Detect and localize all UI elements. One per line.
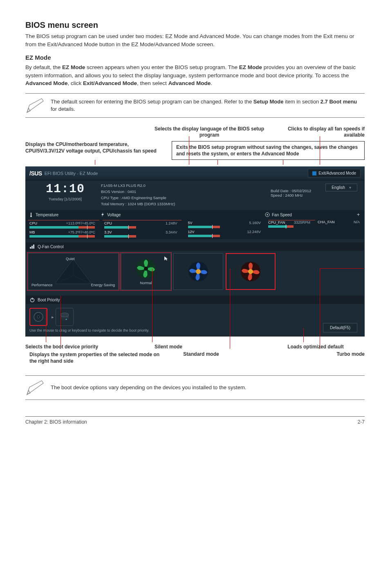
volt-33-label: 3.3V [104, 230, 117, 234]
cpu-speed: Speed : 2400 MHz [271, 193, 361, 197]
asus-logo: /SUS [29, 170, 42, 177]
cpu-type: CPU Type : AMD Engineering Sample [101, 195, 271, 201]
bios-header: /SUS EFI BIOS Utility - EZ Mode Exit/Adv… [25, 166, 365, 180]
svg-point-12 [144, 267, 148, 271]
annot-top-exit-box: Exits the BIOS setup program without sav… [172, 141, 365, 160]
fan-header-label: Fan Speed [272, 213, 292, 217]
temp-header-label: Temperature [36, 213, 58, 217]
svg-point-14 [196, 269, 201, 274]
boot-priority-label: Boot Priority [38, 298, 60, 302]
expand-fan-button[interactable]: + [357, 212, 361, 218]
temp-mb-value: +75.2ºF/+40.0ºC [68, 230, 98, 234]
annot-top-language: Selects the display language of the BIOS… [148, 126, 271, 139]
boot-device-2[interactable] [56, 308, 74, 326]
fan-cpu-value: 3325RPM [294, 220, 313, 224]
total-memory: Total Memory : 1024 MB (DDR3 1333MHz) [101, 201, 271, 207]
footer-chapter: Chapter 2: BIOS information [25, 419, 87, 425]
cursor-icon [164, 256, 168, 261]
fan-mode-normal-label: Normal [140, 281, 152, 285]
fan-icon [265, 212, 270, 217]
annot-top-fan: Clicks to display all fan speeds if avai… [271, 126, 365, 139]
svg-rect-4 [30, 247, 31, 249]
board-model: F1A55-M LX3 PLUS R2.0 [101, 183, 271, 189]
annot-turbo-mode: Turbo mode [307, 351, 365, 364]
svg-point-16 [248, 269, 253, 274]
boot-priority-header: Boot Priority [26, 296, 364, 304]
bios-version: BIOS Version : 0401 [101, 189, 271, 195]
intro-paragraph: The BIOS setup program can be used under… [25, 32, 365, 48]
pyramid-energy-label: Energy Saving [91, 283, 115, 287]
monitor-data: CPU+113.0ºF/+45.0ºC MB+75.2ºF/+40.0ºC CP… [26, 219, 364, 239]
thermometer-icon [29, 212, 34, 217]
qfan-section-header: Q-Fan Control [26, 242, 364, 251]
qfan-icon [29, 244, 35, 249]
disc-icon [33, 312, 44, 322]
volt-12-value: 12.248V [247, 230, 263, 234]
svg-point-20 [37, 316, 40, 318]
svg-rect-0 [31, 213, 31, 215]
qfan-row: Quiet Performance Energy Saving Normal [25, 251, 365, 292]
exit-advanced-mode-button[interactable]: Exit/Advanced Mode [308, 169, 361, 177]
volt-cpu-label: CPU [104, 221, 117, 225]
svg-point-1 [30, 215, 32, 217]
heading-bios-menu-screen: BIOS menu screen [25, 20, 365, 30]
power-icon [29, 297, 35, 302]
footer-page: 2-7 [358, 419, 365, 425]
temp-mb-label: MB [29, 230, 43, 234]
exit-button-label: Exit/Advanced Mode [318, 171, 356, 175]
monitor-headers: Temperature Voltage Fan Speed + [26, 210, 364, 219]
language-label: English [332, 185, 345, 190]
svg-rect-5 [31, 246, 33, 249]
boot-device-1[interactable] [29, 308, 47, 326]
heading-ez-mode: EZ Mode [25, 54, 365, 61]
bios-header-title: EFI BIOS Utility - EZ Mode [45, 171, 98, 176]
note-1-text: The default screen for entering the BIOS… [47, 98, 365, 113]
annot-system-props: Displays the system properties of the se… [25, 351, 160, 364]
clock-date: Tuesday [1/1/2008] [29, 197, 101, 201]
fan-mode-normal[interactable]: Normal [121, 253, 171, 290]
volt-header-label: Voltage [107, 213, 121, 217]
fan-mode-turbo[interactable] [226, 253, 276, 290]
fan-blade-icon-blue [188, 261, 209, 282]
volt-12-label: 12V [188, 230, 201, 234]
exit-arrow-icon [312, 171, 316, 175]
boot-hint-text: Use the mouse to drag or keyboard to nav… [26, 328, 364, 332]
volt-cpu-value: 1.248V [166, 221, 180, 225]
boot-priority-area: ▸ Use the mouse to drag or keyboard to n… [25, 304, 365, 337]
status-row: 11:10 Tuesday [1/1/2008] F1A55-M LX3 PLU… [25, 180, 365, 210]
bolt-icon [100, 212, 105, 217]
ez-paragraph: By default, the EZ Mode screen appears w… [25, 63, 365, 88]
language-select[interactable]: English ▾ [325, 184, 357, 191]
note-1: The default screen for entering the BIOS… [25, 93, 365, 118]
temp-cpu-value: +113.0ºF/+45.0ºC [66, 221, 98, 225]
svg-point-25 [66, 319, 67, 320]
temp-cpu-label: CPU [29, 221, 43, 225]
system-performance-pyramid[interactable]: Quiet Performance Energy Saving [28, 253, 119, 290]
chevron-down-icon: ▾ [349, 185, 351, 190]
boot-play-icon: ▸ [52, 314, 54, 320]
annot-silent-mode: Silent mode [138, 344, 199, 350]
volt-5-label: 5V [188, 221, 201, 225]
pyramid-perf-label: Performance [31, 283, 53, 287]
clock-time: 11:10 [29, 183, 101, 195]
annot-boot-priority: Selects the boot device priority [25, 344, 138, 350]
note-2-text: The boot device options vary depending o… [47, 384, 365, 391]
volt-5-value: 5.160V [249, 221, 263, 225]
qfan-title-label: Q-Fan Control [38, 245, 63, 249]
volt-33-value: 3.344V [166, 230, 180, 234]
bios-screenshot: /SUS EFI BIOS Utility - EZ Mode Exit/Adv… [25, 166, 365, 337]
fan-mode-standard[interactable] [173, 253, 223, 290]
fan-blade-icon-green [135, 258, 157, 279]
pyramid-quiet-label: Quiet [66, 257, 75, 261]
pencil-note-icon [25, 379, 47, 396]
svg-point-23 [61, 317, 69, 321]
default-f5-button[interactable]: Default(F5) [323, 323, 357, 332]
fan-cpu-label: CPU_FAN [268, 220, 285, 224]
note-2: The boot device options vary depending o… [25, 375, 365, 400]
annot-top-cpu: Displays the CPU/motherboard temperature… [25, 141, 168, 160]
annot-default: Loads optimized default [267, 344, 365, 350]
annot-standard-mode: Standard mode [160, 351, 242, 364]
pencil-note-icon [25, 97, 47, 114]
fan-blade-icon-red [240, 261, 261, 282]
fan-cha-label: CHA_FAN [318, 220, 335, 224]
